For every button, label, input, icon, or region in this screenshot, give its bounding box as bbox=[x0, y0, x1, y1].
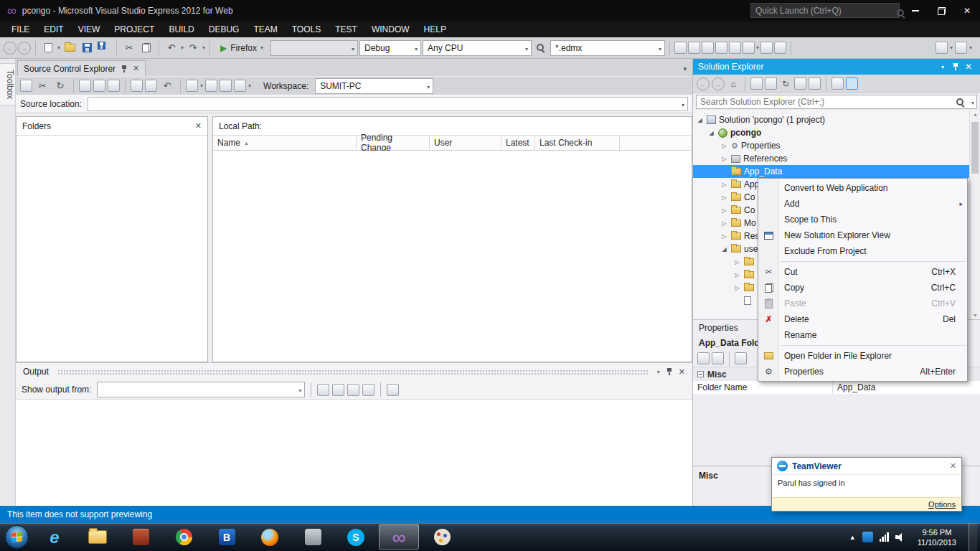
navigate-back-icon[interactable]: ← bbox=[4, 42, 17, 55]
find-combo[interactable]: *.edmx ▾ bbox=[550, 40, 665, 56]
new-file-icon[interactable] bbox=[40, 40, 56, 56]
menu-view[interactable]: VIEW bbox=[71, 22, 108, 37]
se-forward-icon[interactable]: → bbox=[712, 77, 725, 90]
menu-item-scope-to-this[interactable]: Scope to This bbox=[758, 212, 967, 227]
show-output-from-combo[interactable]: ▾ bbox=[97, 382, 305, 397]
file-grid-body[interactable] bbox=[213, 151, 692, 362]
se-pending-changes-icon[interactable] bbox=[765, 77, 777, 90]
search-options-caret-icon[interactable]: ▾ bbox=[971, 100, 974, 106]
navigate-forward-icon[interactable]: → bbox=[18, 42, 31, 55]
menu-item-open-folder-in-file-explorer[interactable]: Open Folder in File Explorer bbox=[758, 348, 967, 364]
se-properties-icon[interactable] bbox=[831, 77, 844, 90]
output-tool-icon[interactable] bbox=[362, 384, 374, 396]
tree-item-solution[interactable]: ◢ Solution 'pcongo' (1 project) bbox=[693, 113, 980, 126]
menu-tools[interactable]: TOOLS bbox=[285, 22, 328, 37]
visual-studio-icon[interactable]: ∞ bbox=[379, 524, 419, 550]
menu-team[interactable]: TEAM bbox=[246, 22, 284, 37]
menu-item-exclude-from-project[interactable]: Exclude From Project bbox=[758, 243, 967, 259]
toolbar-extra-icon[interactable] bbox=[760, 42, 773, 54]
sce-tool-icon[interactable] bbox=[186, 80, 198, 92]
sce-tool-icon[interactable] bbox=[205, 80, 217, 92]
output-tool-icon[interactable] bbox=[387, 384, 399, 396]
source-location-field[interactable]: ▾ bbox=[88, 97, 688, 111]
pin-icon[interactable] bbox=[121, 65, 128, 73]
options-link[interactable]: Options bbox=[928, 500, 956, 509]
column-latest[interactable]: Latest bbox=[501, 136, 535, 150]
bluetooth-icon[interactable]: B bbox=[207, 524, 247, 550]
network-icon[interactable] bbox=[880, 532, 889, 542]
se-collapse-all-icon[interactable] bbox=[794, 77, 806, 90]
folders-list[interactable] bbox=[17, 136, 207, 362]
menu-debug[interactable]: DEBUG bbox=[202, 22, 247, 37]
solution-explorer-header[interactable]: Solution Explorer ▾ ✕ bbox=[693, 59, 980, 75]
toolbar-overflow-caret-icon[interactable]: ▾ bbox=[969, 44, 972, 51]
property-value[interactable]: App_Data bbox=[837, 382, 875, 392]
close-tab-icon[interactable]: ✕ bbox=[133, 65, 139, 72]
expander-icon[interactable]: ◢ bbox=[707, 130, 715, 136]
sce-tool-icon[interactable] bbox=[79, 80, 91, 92]
paint-icon[interactable] bbox=[422, 524, 462, 550]
panel-grip[interactable] bbox=[57, 369, 649, 375]
expander-icon[interactable]: ▷ bbox=[720, 143, 728, 149]
sce-tool-icon[interactable] bbox=[93, 80, 105, 92]
pin-icon[interactable] bbox=[666, 367, 673, 376]
windows-explorer-icon[interactable] bbox=[77, 524, 118, 550]
copy-icon[interactable] bbox=[138, 40, 154, 56]
minimize-button[interactable] bbox=[903, 0, 928, 22]
sce-tool-icon[interactable] bbox=[131, 80, 143, 92]
output-tool-icon[interactable] bbox=[332, 384, 344, 396]
expander-icon[interactable]: ▷ bbox=[720, 156, 728, 162]
toolbox-tab[interactable]: Toolbox bbox=[0, 63, 16, 105]
gray-app-icon[interactable] bbox=[293, 524, 333, 550]
menu-build[interactable]: BUILD bbox=[161, 22, 201, 37]
toolbar-extra-icon[interactable] bbox=[702, 42, 714, 54]
scrollbar-thumb[interactable] bbox=[971, 122, 979, 174]
debug-target-combo[interactable]: ▾ bbox=[270, 40, 358, 56]
sce-tool-icon[interactable] bbox=[145, 80, 157, 92]
sce-tool-icon[interactable] bbox=[20, 80, 32, 92]
tree-item-app-data[interactable]: App_Data bbox=[693, 165, 980, 178]
menu-window[interactable]: WINDOW bbox=[364, 22, 417, 37]
alphabetical-icon[interactable] bbox=[712, 352, 724, 364]
menu-item-new-solution-explorer-view[interactable]: New Solution Explorer View bbox=[758, 227, 967, 243]
output-tool-icon[interactable] bbox=[317, 384, 329, 396]
menu-item-cut[interactable]: ✂ Cut Ctrl+X bbox=[758, 264, 967, 280]
toolbar-extra-icon[interactable] bbox=[715, 42, 727, 54]
toolbar-extra-icon[interactable] bbox=[729, 42, 741, 54]
toolbar-overflow-caret-icon[interactable]: ▾ bbox=[950, 44, 953, 51]
se-back-icon[interactable]: ← bbox=[697, 77, 710, 90]
toolbar-extra-caret-icon[interactable]: ▾ bbox=[756, 44, 759, 51]
scroll-up-icon[interactable]: ▲ bbox=[970, 112, 980, 117]
tree-item-project[interactable]: ◢ pcongo bbox=[693, 126, 980, 139]
column-user[interactable]: User bbox=[430, 136, 501, 150]
redo-icon[interactable]: ↷ bbox=[185, 40, 201, 56]
menu-item-properties[interactable]: ⚙ Properties Alt+Enter bbox=[758, 364, 967, 380]
expander-icon[interactable]: ▷ bbox=[720, 194, 728, 201]
toolbar-extra-icon[interactable] bbox=[955, 42, 967, 54]
menu-item-rename[interactable]: Rename bbox=[758, 327, 967, 343]
menu-item-convert-to-web-application[interactable]: Convert to Web Application bbox=[758, 180, 967, 196]
output-menu-caret-icon[interactable]: ▾ bbox=[657, 369, 660, 375]
find-icon[interactable] bbox=[533, 40, 549, 56]
expander-icon[interactable]: ▷ bbox=[720, 220, 728, 227]
show-desktop-button[interactable] bbox=[969, 523, 977, 551]
taskbar-clock[interactable]: 9:56 PM 11/10/2013 bbox=[912, 527, 962, 547]
sce-caret-icon[interactable]: ▾ bbox=[200, 83, 203, 89]
pin-icon[interactable] bbox=[952, 62, 959, 71]
save-icon[interactable] bbox=[79, 40, 95, 56]
column-pending-change[interactable]: Pending Change bbox=[357, 136, 430, 150]
tab-source-control-explorer[interactable]: Source Control Explorer ✕ bbox=[17, 60, 146, 76]
menu-item-delete[interactable]: ✗ Delete Del bbox=[758, 311, 967, 327]
save-all-icon[interactable] bbox=[96, 40, 112, 56]
toolbar-extra-icon[interactable] bbox=[774, 42, 786, 54]
expander-icon[interactable]: ▷ bbox=[720, 182, 728, 188]
tree-item-references[interactable]: ▷ References bbox=[693, 152, 980, 165]
document-list-caret-icon[interactable]: ▾ bbox=[683, 65, 687, 72]
property-row[interactable]: Folder Name App_Data bbox=[693, 381, 980, 395]
categorized-icon[interactable] bbox=[697, 352, 710, 364]
se-scope-icon[interactable] bbox=[750, 77, 763, 90]
open-file-icon[interactable] bbox=[62, 40, 77, 56]
red-app-icon[interactable] bbox=[121, 524, 161, 550]
caret-down-icon[interactable]: ▾ bbox=[682, 102, 684, 108]
new-file-caret-icon[interactable]: ▾ bbox=[57, 44, 60, 51]
